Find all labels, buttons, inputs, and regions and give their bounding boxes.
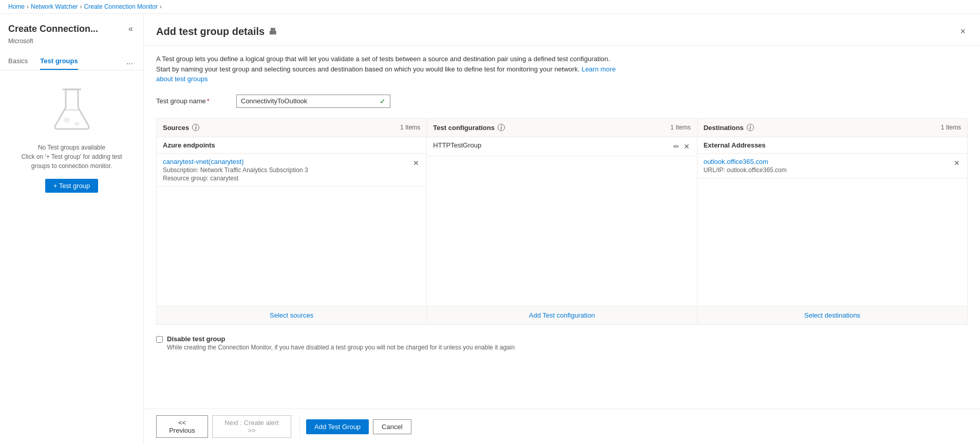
breadcrumb-sep2: › xyxy=(80,3,82,10)
sources-col-footer[interactable]: Select sources xyxy=(157,306,426,324)
select-sources-link[interactable]: Select sources xyxy=(270,311,313,319)
destinations-col-footer[interactable]: Select destinations xyxy=(698,306,967,324)
destinations-col-title: Destinations i xyxy=(704,124,754,132)
flask-icon xyxy=(51,87,92,135)
destination-link[interactable]: outlook.office365.com xyxy=(704,158,949,165)
close-button[interactable]: × xyxy=(958,24,968,39)
test-config-col-body: HTTPTestGroup ✏ ✕ xyxy=(427,137,696,306)
sidebar-more-button[interactable]: ... xyxy=(124,55,135,68)
source-item-actions: ✕ xyxy=(412,158,420,168)
destination-remove-button[interactable]: ✕ xyxy=(953,158,961,168)
destination-item-0: outlook.office365.com URL/IP: outlook.of… xyxy=(698,154,967,178)
select-destinations-link[interactable]: Select destinations xyxy=(804,311,860,319)
test-config-item-count: 1 Items xyxy=(670,124,690,131)
source-item-content: canarytest-vnet(canarytest) Subscription… xyxy=(163,158,408,182)
sources-col-header: Sources i 1 Items xyxy=(157,119,426,137)
test-config-col-header: Test configurations i 1 Items xyxy=(427,119,696,137)
destination-item-actions: ✕ xyxy=(953,158,961,168)
disable-checkbox-content: Disable test group While creating the Co… xyxy=(167,335,515,351)
test-group-name-input[interactable] xyxy=(241,97,375,105)
required-indicator: * xyxy=(207,97,210,105)
cancel-button[interactable]: Cancel xyxy=(373,419,411,434)
svg-point-3 xyxy=(74,122,80,126)
destinations-column: Destinations i 1 Items External Addresse… xyxy=(698,119,967,324)
breadcrumb-home[interactable]: Home xyxy=(8,3,25,10)
valid-check-icon: ✓ xyxy=(380,97,386,105)
destinations-col-header: Destinations i 1 Items xyxy=(698,119,967,137)
print-icon[interactable]: 🖶 xyxy=(269,27,277,36)
source-sub1: Subscription: Network Traffic Analytics … xyxy=(163,166,408,174)
breadcrumb-create-connection-monitor[interactable]: Create Connection Monitor xyxy=(84,3,158,10)
sources-section-header: Azure endpoints xyxy=(157,137,426,154)
test-config-item-content: HTTPTestGroup xyxy=(433,141,668,149)
disable-test-group-checkbox[interactable] xyxy=(156,336,163,343)
breadcrumb-sep3: › xyxy=(160,3,162,10)
previous-button[interactable]: << Previous xyxy=(156,415,208,438)
destinations-item-count: 1 Items xyxy=(941,124,961,131)
destinations-info-icon[interactable]: i xyxy=(747,124,754,131)
footer-bar: << Previous Next : Create alert >> Add T… xyxy=(144,409,980,444)
test-configurations-column: Test configurations i 1 Items HTTPTestGr… xyxy=(427,119,697,324)
breadcrumb-network-watcher[interactable]: Network Watcher xyxy=(31,3,78,10)
destination-sub1: URL/IP: outlook.office365.com xyxy=(704,166,949,174)
source-sub2: Resource group: canarytest xyxy=(163,175,408,182)
panel-body: A Test group lets you define a logical g… xyxy=(144,46,980,409)
description-text: A Test group lets you define a logical g… xyxy=(156,54,618,84)
breadcrumb: Home › Network Watcher › Create Connecti… xyxy=(0,0,980,14)
sidebar-subtitle: Microsoft xyxy=(0,38,143,53)
sidebar-nav: Basics Test groups ... xyxy=(0,53,143,70)
content-panel: Add test group details 🖶 × A Test group … xyxy=(144,14,980,444)
test-config-item-actions: ✏ ✕ xyxy=(672,141,691,152)
footer-action-buttons: Add Test Group Cancel xyxy=(306,419,411,434)
add-test-configuration-link[interactable]: Add Test configuration xyxy=(529,311,595,319)
app-container: Home › Network Watcher › Create Connecti… xyxy=(0,0,980,444)
disable-checkbox-desc: While creating the Connection Monitor, i… xyxy=(167,344,515,351)
sources-item-count: 1 Items xyxy=(400,124,420,131)
destinations-col-body: External Addresses outlook.office365.com… xyxy=(698,137,967,306)
sources-column: Sources i 1 Items Azure endpoints canary… xyxy=(157,119,427,324)
sidebar-item-test-groups[interactable]: Test groups xyxy=(40,53,78,70)
test-config-info-icon[interactable]: i xyxy=(498,124,505,131)
source-link[interactable]: canarytest-vnet(canarytest) xyxy=(163,158,408,165)
test-config-col-title: Test configurations i xyxy=(433,124,505,132)
test-config-col-footer[interactable]: Add Test configuration xyxy=(427,306,696,324)
svg-point-2 xyxy=(64,118,70,123)
test-config-edit-button[interactable]: ✏ xyxy=(672,141,681,152)
sidebar-empty-text: No Test groups availableClick on '+ Test… xyxy=(21,143,122,171)
source-remove-button[interactable]: ✕ xyxy=(412,158,420,168)
disable-checkbox-row: Disable test group While creating the Co… xyxy=(156,335,968,351)
sources-info-icon[interactable]: i xyxy=(192,124,199,131)
test-config-name: HTTPTestGroup xyxy=(433,141,481,149)
sidebar-collapse-button[interactable]: « xyxy=(126,22,135,35)
disable-checkbox-label[interactable]: Disable test group xyxy=(167,335,225,343)
panel-header: Add test group details 🖶 × xyxy=(144,14,980,46)
test-config-item-0: HTTPTestGroup ✏ ✕ xyxy=(427,137,696,156)
test-group-name-label: Test group name * xyxy=(156,97,228,105)
footer-nav-buttons: << Previous Next : Create alert >> xyxy=(156,415,300,438)
test-group-name-input-wrapper: ✓ xyxy=(236,95,390,108)
sidebar-header: Create Connection... « xyxy=(0,22,143,38)
sidebar-title: Create Connection... xyxy=(8,24,98,34)
next-button[interactable]: Next : Create alert >> xyxy=(212,415,291,438)
add-test-group-button[interactable]: Add Test Group xyxy=(306,419,369,434)
destination-item-content: outlook.office365.com URL/IP: outlook.of… xyxy=(704,158,949,174)
destinations-section-header: External Addresses xyxy=(698,137,967,154)
columns-container: Sources i 1 Items Azure endpoints canary… xyxy=(156,118,968,325)
panel-title: Add test group details 🖶 xyxy=(156,26,277,38)
sidebar: Create Connection... « Microsoft Basics … xyxy=(0,14,144,444)
sidebar-empty-state: No Test groups availableClick on '+ Test… xyxy=(0,70,143,436)
add-test-group-sidebar-button[interactable]: + Test group xyxy=(45,179,99,193)
test-config-remove-button[interactable]: ✕ xyxy=(683,141,691,152)
sources-col-body: Azure endpoints canarytest-vnet(canaryte… xyxy=(157,137,426,306)
source-item-0: canarytest-vnet(canarytest) Subscription… xyxy=(157,154,426,187)
main-layout: Create Connection... « Microsoft Basics … xyxy=(0,14,980,444)
test-group-name-row: Test group name * ✓ xyxy=(156,95,968,108)
sidebar-item-basics[interactable]: Basics xyxy=(8,53,28,70)
sources-col-title: Sources i xyxy=(163,124,199,132)
breadcrumb-sep1: › xyxy=(27,3,29,10)
